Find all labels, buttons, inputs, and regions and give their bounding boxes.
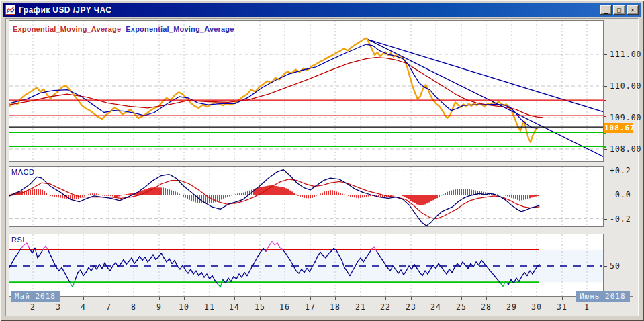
macd-histogram-bar [322,193,323,195]
time-axis-label: 28 [481,302,492,312]
time-axis-tick [134,297,134,300]
macd-histogram-bar [156,187,158,195]
price-axis-label: 110.00 [610,81,642,91]
macd-histogram-bar [160,187,162,195]
minimize-button[interactable]: _ [600,5,612,15]
macd-histogram-bar [118,195,120,196]
macd-histogram-bar [114,195,116,197]
time-axis-label: 14 [229,302,240,312]
axis-tick [604,118,607,118]
macd-histogram-bar [273,185,275,195]
macd-histogram-bar [445,193,446,195]
macd-histogram-bar [523,195,524,200]
macd-histogram-bar [92,193,93,195]
macd-histogram-bar [497,194,498,195]
time-axis-label: 16 [279,302,290,312]
macd-histogram-bar [310,195,311,198]
time-axis-label: 18 [330,302,340,312]
macd-histogram-bar [525,195,526,199]
macd-axis-label: -0.2 [610,214,631,224]
macd-histogram-bar [432,195,434,200]
macd-histogram-bar [380,195,381,197]
rsi-panel[interactable] [9,234,604,297]
macd-histogram-bar [443,194,444,195]
axis-tick [604,195,607,195]
macd-histogram-bar [358,195,359,198]
time-axis-label: 17 [305,302,316,312]
macd-histogram-bar [390,195,392,196]
price-series-candles [9,38,537,142]
axis-tick [604,266,607,267]
macd-histogram-bar [420,195,422,205]
macd-histogram-bar [48,195,49,195]
macd-histogram-bar [116,195,118,197]
macd-histogram-bar [28,190,29,195]
time-axis-tick [486,297,487,300]
time-axis-line [9,296,633,297]
macd-histogram-bar [247,191,248,195]
macd-histogram-bar [108,195,109,196]
macd-panel[interactable] [9,166,604,227]
macd-histogram-bar [414,195,416,203]
macd-histogram-bar [521,195,522,200]
macd-histogram-bar [408,195,410,199]
macd-histogram-bar [233,195,234,195]
macd-histogram-bar [366,195,367,197]
macd-histogram-bar [263,187,265,195]
macd-histogram-bar [227,195,228,197]
time-axis-tick [234,297,235,300]
time-axis-tick [562,297,563,300]
macd-histogram-bar [291,191,293,195]
level-axis-tick [604,100,606,101]
trend-line-1 [368,40,603,124]
time-axis-tick [285,297,285,300]
macd-histogram-bar [279,187,281,195]
macd-histogram-bar [267,186,269,195]
level-axis-tick [604,116,606,117]
macd-histogram-bar [86,195,87,195]
macd-signal-line [9,179,539,219]
macd-histogram-bar [191,195,192,201]
macd-histogram-bar [205,195,206,203]
close-button[interactable]: ✕ [627,5,639,15]
macd-histogram-bar [239,193,240,195]
rsi-series-segment [27,243,30,248]
axis-tick [604,149,607,150]
time-axis-label: 8 [131,302,136,312]
rsi-series-segment [21,245,24,248]
price-axis-label: 108.00 [610,144,642,154]
macd-histogram-bar [36,189,37,195]
macd-histogram-bar [457,189,458,195]
macd-histogram-bar [185,195,186,198]
price-chart-canvas[interactable] [9,21,603,161]
macd-histogram-bar [334,191,335,195]
macd-histogram-bar [98,194,99,195]
time-axis-label: 7 [106,302,111,312]
level-axis-tick [604,146,606,148]
rsi-series-segment [218,284,220,287]
macd-histogram-bar [406,195,408,198]
macd-main-line [9,170,539,226]
macd-histogram-bar [177,192,178,195]
macd-histogram-bar [245,192,246,195]
time-axis-tick [361,297,361,300]
macd-histogram-bar [340,193,341,195]
macd-histogram-bar [503,195,504,195]
macd-histogram-bar [428,195,430,203]
time-axis-tick [310,297,311,300]
macd-histogram-bar [150,187,152,195]
current-price-tag: 108.67 [604,123,633,133]
title-bar[interactable]: График USD /JPY ЧАС _ □ ✕ [3,3,641,17]
macd-histogram-bar [287,189,289,195]
macd-histogram-bar [312,195,313,198]
price-chart-panel[interactable] [9,20,604,162]
macd-histogram-bar [62,195,63,198]
rsi-canvas[interactable] [9,234,603,296]
macd-canvas[interactable] [9,167,603,226]
macd-histogram-bar [467,189,468,195]
macd-histogram-bar [106,195,107,196]
macd-histogram-bar [158,187,160,195]
macd-histogram-bar [402,195,404,196]
macd-histogram-bar [84,195,85,196]
maximize-button[interactable]: □ [613,5,625,15]
